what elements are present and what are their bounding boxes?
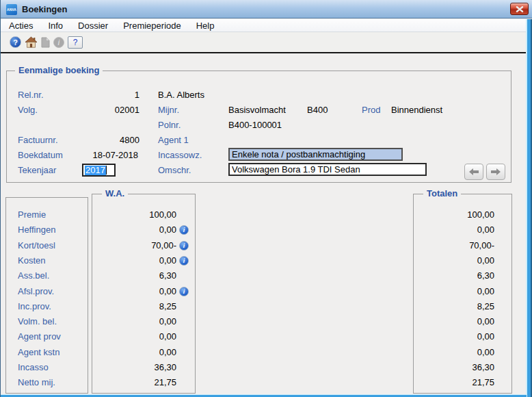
- window-title: Boekingen: [22, 4, 67, 14]
- document-icon: [41, 37, 50, 48]
- home-icon[interactable]: [25, 36, 38, 48]
- boekdatum-label: Boekdatum: [18, 150, 63, 160]
- ledger-row-label: Inc.prov.: [18, 299, 51, 314]
- omschr-label: Omschr.: [158, 165, 191, 175]
- wa-value: 36,30: [103, 360, 176, 375]
- mijnr-label: Mijnr.: [158, 105, 179, 115]
- ledger-row-label: Volm. bel.: [18, 314, 57, 329]
- totals-value: 0,00: [421, 222, 494, 238]
- totals-value: 0,00: [421, 284, 494, 299]
- totalen-groupbox-title: Totalen: [423, 188, 461, 198]
- ledger-row: Volm. bel. 0,00 0,00: [1, 314, 527, 329]
- close-button[interactable]: [510, 3, 529, 15]
- ledger-row: Kort/toesl 70,00- i 70,00-: [1, 238, 527, 253]
- ledger-row-label: Netto mij.: [18, 375, 55, 390]
- ledger-row-label: Agent kstn: [18, 345, 59, 360]
- ledger-row: Agent kstn 0,00 0,00: [1, 345, 527, 360]
- wa-value: 0,00: [103, 284, 176, 299]
- ledger-row: Incasso 36,30 36,30: [1, 360, 527, 375]
- menu-help[interactable]: Help: [196, 21, 215, 31]
- wa-value: 21,75: [103, 375, 176, 390]
- wa-value: 0,00: [103, 222, 176, 238]
- ledger-row: Netto mij. 21,75 21,75: [1, 375, 527, 390]
- menu-dossier[interactable]: Dossier: [78, 21, 108, 31]
- ledger-row-label: Heffingen: [18, 222, 55, 238]
- toolbar: ? i ?: [1, 32, 527, 52]
- menu-bar: Acties Info Dossier Premieperiode Help: [1, 19, 527, 32]
- totals-value: 6,30: [421, 268, 494, 283]
- totals-value: 70,00-: [421, 238, 494, 253]
- ledger-row: Agent prov 0,00 0,00: [1, 329, 527, 344]
- close-icon: [516, 6, 524, 12]
- ledger-row: Heffingen 0,00 i 0,00: [1, 222, 527, 238]
- title-bar: ANVA Boekingen: [1, 0, 532, 18]
- tekenjaar-input[interactable]: 2017: [82, 164, 116, 177]
- totals-value: 21,75: [421, 375, 494, 390]
- ledger-row-label: Afsl.prov.: [18, 284, 54, 299]
- prod-value: Binnendienst: [391, 105, 442, 115]
- wa-value: 0,00: [103, 314, 176, 329]
- totals-value: 36,30: [421, 360, 494, 375]
- mijnr-code: B400: [307, 105, 328, 115]
- ledger-row: Afsl.prov. 0,00 i 0,00: [1, 284, 527, 299]
- wa-groupbox-title: W.A.: [102, 188, 128, 198]
- ledger-row-label: Agent prov: [18, 329, 61, 344]
- ledger-row-label: Premie: [18, 207, 46, 222]
- help-button[interactable]: ?: [68, 36, 83, 49]
- wa-value: 0,00: [103, 253, 176, 268]
- info-icon[interactable]: i: [179, 241, 189, 251]
- wa-value: 100,00: [103, 207, 176, 222]
- omschr-input[interactable]: [228, 163, 427, 176]
- relnr-value: 1: [83, 90, 139, 100]
- wa-value: 0,00: [103, 345, 176, 360]
- prod-label: Prod: [362, 105, 380, 115]
- info-icon[interactable]: i: [179, 225, 189, 235]
- mijnr-value: Basisvolmacht: [228, 105, 286, 115]
- relnr-label: Rel.nr.: [18, 90, 44, 100]
- totals-value: 100,00: [421, 207, 494, 222]
- volg-value: 02001: [83, 105, 139, 115]
- tekenjaar-label: Tekenjaar: [18, 165, 56, 175]
- app-window: ANVA Boekingen Acties Info Dossier Premi…: [0, 0, 532, 397]
- wa-value: 8,25: [103, 299, 176, 314]
- window-frame-right: [526, 19, 532, 397]
- ledger-row-label: Ass.bel.: [18, 268, 49, 283]
- text-caret: [106, 166, 107, 175]
- ledger-row: Kosten 0,00 i 0,00: [1, 253, 527, 268]
- window-frame-bottom: [1, 394, 527, 397]
- menu-premieperiode[interactable]: Premieperiode: [123, 21, 181, 31]
- menu-acties[interactable]: Acties: [9, 21, 33, 31]
- totals-value: 0,00: [421, 329, 494, 344]
- factuurnr-value: 4800: [83, 135, 139, 145]
- incassowz-label: Incassowz.: [158, 150, 202, 160]
- polnr-label: Polnr.: [158, 120, 181, 130]
- totals-value: 0,00: [421, 253, 494, 268]
- boekdatum-value: 18-07-2018: [81, 150, 138, 160]
- right-arrow-icon: [490, 168, 501, 176]
- wa-value: 0,00: [103, 329, 176, 344]
- next-button[interactable]: [486, 164, 505, 180]
- previous-button[interactable]: [464, 164, 483, 180]
- wa-value: 70,00-: [103, 238, 176, 253]
- incassowz-field[interactable]: Enkele nota / postbankmachtiging: [228, 148, 403, 161]
- menu-info[interactable]: Info: [48, 21, 63, 31]
- ledger-row: Ass.bel. 6,30 6,30: [1, 268, 527, 283]
- volg-label: Volg.: [18, 105, 38, 115]
- ledger-row: Inc.prov. 8,25 8,25: [1, 299, 527, 314]
- ledger-row-label: Kosten: [18, 253, 45, 268]
- totals-value: 0,00: [421, 345, 494, 360]
- info-icon[interactable]: i: [179, 287, 189, 296]
- info-disabled-icon: i: [53, 37, 64, 48]
- ledger-row: Premie 100,00 100,00: [1, 207, 527, 222]
- groupbox-title: Eenmalige boeking: [15, 65, 103, 75]
- relation-name: B.A. Alberts: [158, 90, 204, 100]
- app-icon[interactable]: ANVA: [6, 4, 17, 15]
- polnr-value: B400-100001: [228, 120, 282, 130]
- info-icon[interactable]: i: [179, 256, 189, 266]
- wa-value: 6,30: [103, 268, 176, 283]
- left-arrow-icon: [468, 168, 479, 176]
- totals-value: 0,00: [421, 314, 494, 329]
- ledger-row-label: Kort/toesl: [18, 238, 55, 253]
- help-circle-icon[interactable]: ?: [10, 36, 21, 48]
- tekenjaar-selected-text: 2017: [85, 166, 106, 175]
